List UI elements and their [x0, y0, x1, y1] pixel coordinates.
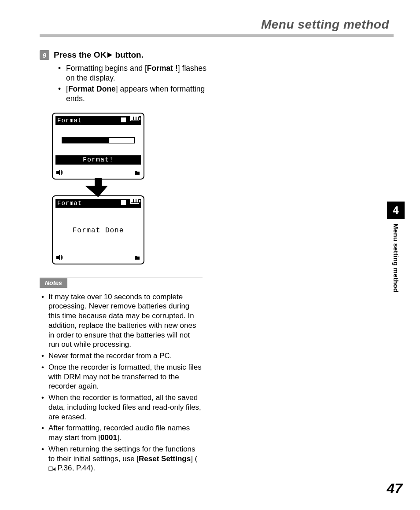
page-number: 47 [387, 481, 402, 497]
step-prefix: Press the [54, 50, 94, 59]
list-item: Once the recorder is formatted, the musi… [48, 363, 203, 391]
list-item: When the recorder is formatted, all the … [48, 393, 203, 422]
list-item: When returning the settings for the func… [48, 444, 203, 474]
bold-text: Format Done [68, 84, 116, 93]
battery-icon [130, 116, 139, 121]
svg-rect-7 [48, 467, 53, 470]
play-icon [107, 50, 113, 60]
step-suffix: button. [113, 50, 144, 59]
svg-text:H: H [61, 171, 63, 175]
step-number-badge: 9 [40, 50, 49, 60]
lcd-body: Format Done [55, 208, 141, 254]
lcd-screen-formatting: Format Format! H [52, 113, 144, 180]
text: Formatting begins and [ [66, 64, 147, 73]
lcd-status-icons [121, 199, 139, 207]
notes-list: It may take over 10 seconds to complete … [40, 292, 203, 474]
speaker-icon: H [56, 170, 63, 175]
ok-label: OK [94, 50, 107, 59]
text: ] ( [191, 455, 197, 463]
bold-text: Reset Settings [139, 455, 191, 463]
lcd-screen-done: Format Format Done H [52, 195, 144, 264]
lcd-illustration-group: Format Format! H Format [52, 113, 144, 264]
notes-label: Notes [40, 278, 67, 288]
chapter-number: 4 [387, 202, 405, 219]
step-instruction: Press the OK button. [54, 50, 144, 60]
battery-icon [130, 199, 139, 204]
lcd-status-icons [121, 116, 139, 125]
lcd-footer: H [55, 254, 141, 261]
list-item: It may take over 10 seconds to complete … [48, 292, 203, 350]
bold-text: Format ! [147, 64, 178, 73]
list-item: [Format Done] appears when formatting en… [66, 84, 207, 104]
text: ]. [117, 433, 121, 442]
lcd-titlebar: Format [55, 199, 141, 208]
progress-bar [62, 137, 135, 143]
chapter-thumb-tab: 4 Menu setting method [387, 202, 405, 293]
lcd-body: Format! [55, 125, 141, 169]
svg-marker-0 [107, 52, 112, 58]
chapter-label: Menu setting method [392, 224, 400, 293]
lcd-footer: H [55, 169, 141, 176]
list-item: Formatting begins and [Format !] flashes… [66, 63, 207, 83]
arrow-down-icon [52, 178, 144, 197]
text: P.36, P.44). [55, 464, 95, 472]
list-item: Never format the recorder from a PC. [48, 351, 203, 361]
lcd-title-text: Format [57, 200, 82, 207]
reference-icon [48, 464, 55, 474]
speaker-icon: H [56, 255, 63, 260]
folder-icon [135, 170, 140, 175]
step-row: 9 Press the OK button. [40, 50, 394, 60]
running-header: Menu setting method [40, 18, 394, 32]
svg-text:H: H [61, 256, 63, 260]
folder-icon [135, 255, 140, 260]
lcd-flash-text: Format! [55, 155, 141, 165]
svg-marker-4 [56, 255, 60, 260]
svg-marker-1 [56, 170, 60, 175]
step-detail-list: Formatting begins and [Format !] flashes… [40, 63, 207, 104]
stop-icon [121, 200, 126, 205]
lcd-title-text: Format [57, 117, 82, 124]
list-item: After formatting, recorded audio file na… [48, 423, 203, 443]
lcd-done-text: Format Done [73, 227, 124, 235]
progress-fill [62, 138, 109, 143]
lcd-titlebar: Format [55, 116, 141, 125]
bold-text: 0001 [100, 433, 117, 442]
notes-section: Notes It may take over 10 seconds to com… [40, 278, 203, 474]
stop-icon [121, 117, 126, 122]
header-rule [40, 34, 394, 37]
